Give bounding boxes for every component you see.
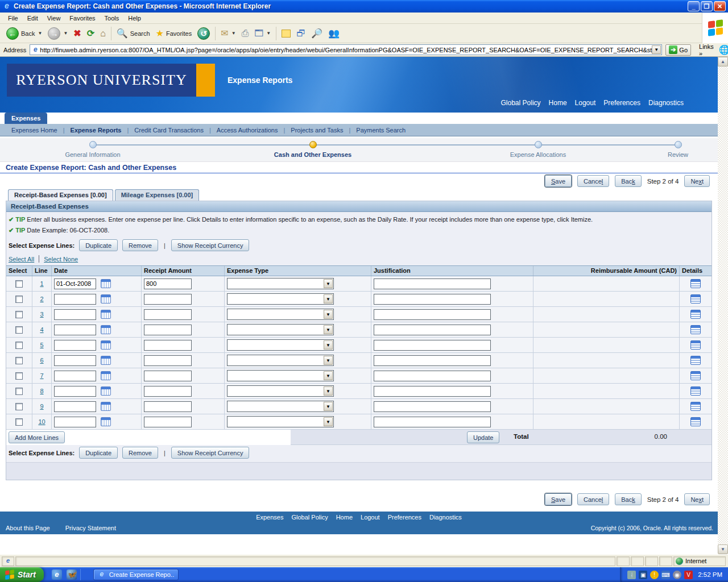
line-number-link[interactable]: 1 (40, 280, 43, 287)
taskbar-window-button[interactable]: e Create Expense Repo... (93, 569, 179, 580)
receipt-amount-input[interactable] (144, 294, 192, 305)
mail-button[interactable]: ✉ ▼ (218, 25, 238, 42)
line-checkbox[interactable] (15, 296, 23, 303)
research-button[interactable]: 🔎 (308, 25, 325, 42)
alert-shield-icon[interactable]: ! (650, 571, 659, 579)
calendar-picker-icon[interactable] (101, 279, 111, 288)
expense-type-select[interactable]: ▼ (227, 355, 334, 366)
line-checkbox[interactable] (15, 311, 23, 318)
start-button[interactable]: Start (0, 567, 44, 582)
line-number-link[interactable]: 2 (40, 296, 43, 302)
select-none-link[interactable]: Select None (44, 256, 78, 263)
next-button[interactable]: Next (684, 493, 710, 505)
line-number-link[interactable]: 7 (40, 372, 43, 379)
close-button[interactable]: ✕ (714, 1, 726, 11)
justification-input[interactable] (374, 355, 491, 366)
duplicate-button[interactable]: Duplicate (79, 447, 118, 459)
global-link-preferences[interactable]: Preferences (603, 99, 640, 107)
line-checkbox[interactable] (15, 388, 23, 395)
back-dropdown-icon[interactable]: ▼ (38, 31, 42, 36)
calendar-picker-icon[interactable] (101, 386, 111, 396)
receipt-amount-input[interactable] (144, 401, 192, 412)
expense-type-select[interactable]: ▼ (227, 293, 334, 305)
expense-type-select[interactable]: ▼ (227, 416, 334, 427)
vertical-scrollbar[interactable]: ▲ ▼ (718, 57, 728, 554)
network-icon[interactable]: ⌨ (661, 571, 670, 579)
footer-link-preferences[interactable]: Preferences (388, 514, 421, 521)
forward-button[interactable]: → ▼ (45, 25, 71, 42)
menu-item-edit[interactable]: Edit (23, 14, 43, 23)
date-input[interactable] (54, 386, 96, 397)
details-icon[interactable] (690, 279, 701, 288)
back-button[interactable]: Back (615, 175, 641, 187)
messenger-button[interactable]: 👥 (325, 25, 342, 42)
save-button[interactable]: Save (545, 175, 572, 187)
line-number-link[interactable]: 5 (40, 342, 43, 348)
select-all-link[interactable]: Select All (9, 256, 34, 263)
search-button[interactable]: 🔍 Search (114, 25, 153, 42)
go-button[interactable]: ➔ Go (665, 44, 691, 56)
calendar-picker-icon[interactable] (101, 325, 111, 334)
expense-type-select[interactable]: ▼ (227, 339, 334, 351)
receipt-amount-input[interactable] (144, 325, 192, 335)
expense-type-select[interactable]: ▼ (227, 385, 334, 397)
favorites-button[interactable]: ★ Favorites (153, 25, 195, 42)
nav-item-projects-and-tasks[interactable]: Projects and Tasks (285, 127, 349, 134)
history-button[interactable]: ↺ (195, 25, 213, 42)
date-input[interactable] (54, 355, 96, 366)
scroll-down-icon[interactable]: ▼ (718, 544, 728, 554)
receipt-amount-input[interactable] (144, 355, 192, 366)
line-checkbox[interactable] (15, 357, 23, 364)
mail-dropdown-icon[interactable]: ▼ (231, 31, 236, 36)
edit-dropdown-icon[interactable]: ▼ (266, 31, 271, 36)
line-number-link[interactable]: 9 (40, 403, 43, 410)
receipt-amount-input[interactable] (144, 340, 192, 351)
back-button[interactable]: Back (615, 493, 641, 505)
calendar-picker-icon[interactable] (101, 371, 111, 380)
minimize-button[interactable]: _ (688, 1, 700, 11)
forward-dropdown-icon[interactable]: ▼ (63, 31, 68, 36)
expense-type-select[interactable]: ▼ (227, 278, 334, 289)
tab-expenses[interactable]: Expenses (5, 113, 47, 124)
norton-toolbar-button[interactable]: 🌐 ▼ (716, 41, 728, 59)
privacy-statement-link[interactable]: Privacy Statement (65, 525, 116, 531)
edit-frontpage-button[interactable]: 🗗 (293, 25, 308, 42)
calendar-picker-icon[interactable] (101, 340, 111, 350)
justification-input[interactable] (374, 417, 491, 427)
footer-link-expenses[interactable]: Expenses (256, 514, 283, 521)
stop-button[interactable]: ✖ (71, 25, 84, 42)
menu-item-file[interactable]: File (3, 14, 23, 23)
global-link-logout[interactable]: Logout (575, 99, 596, 107)
remove-button[interactable]: Remove (122, 239, 158, 251)
expense-type-select[interactable]: ▼ (227, 401, 334, 412)
expense-type-select[interactable]: ▼ (227, 324, 334, 335)
receipt-amount-input[interactable] (144, 417, 192, 427)
details-icon[interactable] (690, 356, 701, 365)
menu-item-tools[interactable]: Tools (100, 14, 124, 23)
line-checkbox[interactable] (15, 418, 23, 426)
line-number-link[interactable]: 10 (38, 418, 45, 425)
justification-input[interactable] (374, 309, 491, 320)
edit-button[interactable]: 🗔 ▼ (251, 25, 274, 42)
date-input[interactable] (54, 309, 96, 320)
line-checkbox[interactable] (15, 342, 23, 349)
update-button[interactable]: Update (467, 431, 499, 443)
footer-link-logout[interactable]: Logout (361, 514, 380, 521)
footer-link-home[interactable]: Home (336, 514, 353, 521)
nav-item-access-authorizations[interactable]: Access Authorizations (211, 127, 284, 134)
receipt-amount-input[interactable] (144, 309, 192, 320)
justification-input[interactable] (374, 340, 491, 351)
line-number-link[interactable]: 6 (40, 357, 43, 364)
quicklaunch-msn-icon[interactable]: 🦋 (67, 569, 77, 580)
date-input[interactable] (54, 294, 96, 305)
calendar-picker-icon[interactable] (101, 356, 111, 365)
global-link-global-policy[interactable]: Global Policy (501, 99, 541, 107)
details-icon[interactable] (690, 371, 701, 380)
nav-item-payments-search[interactable]: Payments Search (350, 127, 411, 134)
remove-button[interactable]: Remove (122, 447, 158, 459)
print-button[interactable]: ⎙ (239, 25, 252, 42)
antivirus-shield-icon[interactable]: V (684, 571, 693, 579)
date-input[interactable] (54, 371, 96, 381)
restore-button[interactable]: ❐ (701, 1, 713, 11)
quicklaunch-ie-icon[interactable]: e (52, 569, 62, 580)
